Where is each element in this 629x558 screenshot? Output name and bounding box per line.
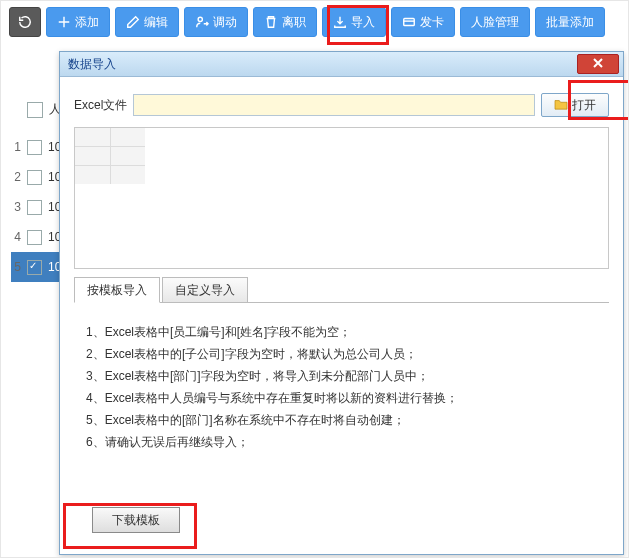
open-file-button[interactable]: 打开 (541, 93, 609, 117)
face-manage-button[interactable]: 人脸管理 (460, 7, 530, 37)
transfer-button-label: 调动 (213, 14, 237, 31)
import-button-label: 导入 (351, 14, 375, 31)
close-icon (592, 57, 604, 71)
dialog-titlebar[interactable]: 数据导入 (60, 52, 623, 77)
row-checkbox[interactable] (27, 140, 42, 155)
folder-icon (554, 98, 568, 113)
instruction-line: 2、Excel表格中的[子公司]字段为空时，将默认为总公司人员； (86, 343, 597, 365)
import-icon (333, 15, 347, 29)
add-button-label: 添加 (75, 14, 99, 31)
pencil-icon (126, 15, 140, 29)
preview-grid[interactable] (74, 127, 609, 269)
import-button[interactable]: 导入 (322, 7, 386, 37)
table-row[interactable]: 210 (11, 162, 61, 192)
face-manage-button-label: 人脸管理 (471, 14, 519, 31)
table-row[interactable]: 110 (11, 132, 61, 162)
tab-custom-import[interactable]: 自定义导入 (162, 277, 248, 303)
instruction-line: 6、请确认无误后再继续导入； (86, 431, 597, 453)
open-file-label: 打开 (572, 97, 596, 114)
table-row[interactable]: 510 (11, 252, 61, 282)
issue-card-button-label: 发卡 (420, 14, 444, 31)
excel-file-input[interactable] (133, 94, 535, 116)
edit-button[interactable]: 编辑 (115, 7, 179, 37)
download-template-button[interactable]: 下载模板 (92, 507, 180, 533)
batch-add-button[interactable]: 批量添加 (535, 7, 605, 37)
top-toolbar: 添加 编辑 调动 离职 导入 发卡 人脸管理 批量添加 (1, 1, 628, 43)
import-dialog: 数据导入 Excel文件 打开 按模板导入 自定义导入 (59, 51, 624, 555)
select-all-checkbox[interactable] (27, 102, 43, 118)
instruction-line: 3、Excel表格中[部门]字段为空时，将导入到未分配部门人员中； (86, 365, 597, 387)
excel-file-label: Excel文件 (74, 97, 127, 114)
row-checkbox[interactable] (27, 260, 42, 275)
transfer-button[interactable]: 调动 (184, 7, 248, 37)
card-icon (402, 15, 416, 29)
background-table: 人 110 210 310 410 510 (11, 101, 61, 282)
instruction-line: 1、Excel表格中[员工编号]和[姓名]字段不能为空； (86, 321, 597, 343)
leave-button[interactable]: 离职 (253, 7, 317, 37)
edit-button-label: 编辑 (144, 14, 168, 31)
plus-icon (57, 15, 71, 29)
svg-point-0 (198, 17, 202, 21)
refresh-button[interactable] (9, 7, 41, 37)
instructions-panel: 1、Excel表格中[员工编号]和[姓名]字段不能为空； 2、Excel表格中的… (74, 302, 609, 507)
refresh-icon (18, 15, 32, 29)
table-row[interactable]: 410 (11, 222, 61, 252)
svg-rect-1 (404, 19, 415, 26)
row-checkbox[interactable] (27, 200, 42, 215)
table-row[interactable]: 310 (11, 192, 61, 222)
close-button[interactable] (577, 54, 619, 74)
instruction-line: 4、Excel表格中人员编号与系统中存在重复时将以新的资料进行替换； (86, 387, 597, 409)
leave-button-label: 离职 (282, 14, 306, 31)
trash-icon (264, 15, 278, 29)
person-move-icon (195, 15, 209, 29)
tab-template-import[interactable]: 按模板导入 (74, 277, 160, 303)
download-template-label: 下载模板 (112, 512, 160, 529)
add-button[interactable]: 添加 (46, 7, 110, 37)
dialog-title: 数据导入 (68, 56, 116, 73)
batch-add-button-label: 批量添加 (546, 14, 594, 31)
row-checkbox[interactable] (27, 170, 42, 185)
instruction-line: 5、Excel表格中的[部门]名称在系统中不存在时将自动创建； (86, 409, 597, 431)
row-checkbox[interactable] (27, 230, 42, 245)
issue-card-button[interactable]: 发卡 (391, 7, 455, 37)
import-tabs: 按模板导入 自定义导入 (74, 277, 609, 303)
